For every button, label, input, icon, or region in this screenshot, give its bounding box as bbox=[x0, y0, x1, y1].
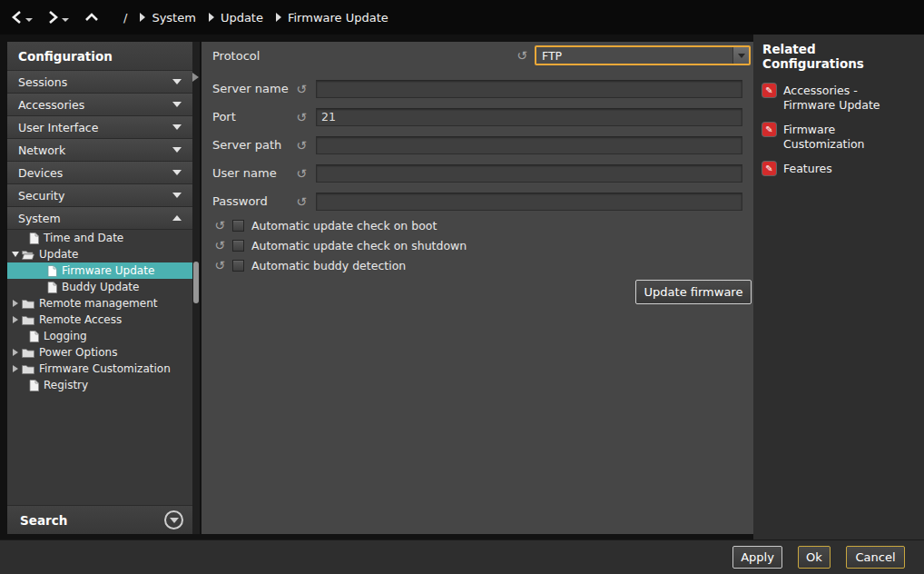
tree-item-label: Remote management bbox=[39, 297, 158, 310]
tree-item-time-and-date[interactable]: Time and Date bbox=[7, 230, 192, 246]
breadcrumb-root: / bbox=[123, 11, 127, 25]
user-name-row: User name ↺ bbox=[202, 159, 753, 187]
protocol-row: Protocol ↺ FTP bbox=[202, 42, 753, 69]
reset-icon[interactable]: ↺ bbox=[294, 167, 309, 180]
category-label: User Interface bbox=[18, 121, 98, 134]
back-button[interactable] bbox=[11, 9, 33, 25]
search-section[interactable]: Search bbox=[7, 505, 192, 534]
auto-buddy-detection-checkbox[interactable] bbox=[232, 260, 244, 272]
sidebar-item-network[interactable]: Network bbox=[7, 139, 192, 162]
tree-item-remote-management[interactable]: Remote management bbox=[7, 295, 192, 312]
ok-button[interactable]: Ok bbox=[798, 546, 831, 569]
reset-icon[interactable]: ↺ bbox=[294, 111, 309, 124]
related-item-features[interactable]: ✎ Features bbox=[762, 162, 919, 176]
reset-icon[interactable]: ↺ bbox=[515, 49, 529, 62]
update-firmware-button[interactable]: Update firmware bbox=[635, 280, 752, 304]
chevron-left-icon bbox=[11, 9, 23, 25]
tree-item-remote-access[interactable]: Remote Access bbox=[7, 312, 192, 328]
sidebar-item-security[interactable]: Security bbox=[7, 184, 192, 207]
expand-down-icon[interactable] bbox=[12, 252, 19, 257]
sidebar-item-system[interactable]: System bbox=[7, 207, 192, 230]
tree-item-logging[interactable]: Logging bbox=[7, 328, 192, 344]
breadcrumb-arrow-icon bbox=[209, 13, 214, 22]
auto-buddy-detection-row: ↺ Automatic buddy detection bbox=[202, 255, 753, 275]
reset-icon[interactable]: ↺ bbox=[212, 239, 227, 252]
cancel-button[interactable]: Cancel bbox=[846, 546, 905, 569]
file-icon bbox=[47, 282, 57, 293]
reset-icon[interactable]: ↺ bbox=[212, 259, 227, 272]
forward-history-caret-icon[interactable] bbox=[62, 18, 69, 22]
expand-right-icon[interactable] bbox=[13, 300, 18, 307]
tree-item-label: Update bbox=[39, 248, 78, 261]
reset-icon[interactable]: ↺ bbox=[294, 139, 309, 152]
dropdown-arrow-button[interactable] bbox=[732, 47, 749, 64]
user-name-label: User name bbox=[212, 166, 294, 180]
forward-button[interactable] bbox=[47, 9, 69, 25]
chevron-down-icon bbox=[172, 102, 182, 107]
protocol-label: Protocol bbox=[212, 49, 294, 63]
chevron-down-icon bbox=[172, 147, 182, 153]
splitter-arrow-icon[interactable] bbox=[192, 73, 199, 82]
port-row: Port ↺ bbox=[202, 103, 753, 131]
up-button[interactable] bbox=[84, 12, 100, 23]
auto-update-shutdown-checkbox[interactable] bbox=[232, 240, 244, 252]
reset-icon[interactable]: ↺ bbox=[212, 219, 227, 232]
protocol-dropdown[interactable]: FTP bbox=[535, 45, 751, 65]
server-name-row: Server name ↺ bbox=[202, 74, 753, 103]
back-history-caret-icon[interactable] bbox=[25, 18, 33, 22]
tree-item-registry[interactable]: Registry bbox=[7, 377, 192, 393]
apply-button[interactable]: Apply bbox=[732, 546, 782, 569]
breadcrumb-item-firmware-update[interactable]: Firmware Update bbox=[276, 11, 388, 25]
breadcrumb-item-update[interactable]: Update bbox=[209, 11, 263, 25]
auto-update-boot-checkbox[interactable] bbox=[232, 220, 244, 232]
chevron-down-icon bbox=[172, 124, 182, 130]
sidebar-item-user-interface[interactable]: User Interface bbox=[7, 116, 192, 139]
tree-item-power-options[interactable]: Power Options bbox=[7, 344, 192, 361]
server-path-field[interactable] bbox=[316, 136, 742, 154]
category-label: Devices bbox=[18, 166, 63, 180]
sidebar-item-devices[interactable]: Devices bbox=[7, 162, 192, 184]
tree-item-buddy-update[interactable]: Buddy Update bbox=[7, 279, 192, 295]
port-label: Port bbox=[212, 110, 294, 124]
sidebar-item-sessions[interactable]: Sessions bbox=[7, 71, 192, 94]
folder-icon bbox=[22, 299, 34, 309]
auto-update-boot-row: ↺ Automatic update check on boot bbox=[202, 215, 753, 235]
reset-icon[interactable]: ↺ bbox=[294, 83, 309, 95]
chevron-right-icon bbox=[47, 9, 59, 25]
breadcrumb-arrow-icon bbox=[276, 13, 281, 22]
folder-icon bbox=[22, 364, 34, 374]
related-item-firmware-customization[interactable]: ✎ Firmware Customization bbox=[762, 123, 919, 152]
related-item-label: Features bbox=[783, 162, 890, 176]
password-field[interactable] bbox=[316, 193, 742, 211]
breadcrumb-arrow-icon bbox=[140, 13, 145, 22]
expand-right-icon[interactable] bbox=[13, 316, 18, 323]
search-expand-button[interactable] bbox=[164, 510, 183, 529]
server-name-field[interactable] bbox=[316, 80, 742, 98]
tree-item-label: Registry bbox=[44, 379, 88, 391]
scrollbar-thumb[interactable] bbox=[193, 262, 199, 303]
system-tree: Time and Date Update Firmware Update Bud… bbox=[7, 230, 192, 393]
category-label: Network bbox=[18, 144, 65, 157]
breadcrumb-item-system[interactable]: System bbox=[140, 11, 195, 25]
tree-item-firmware-customization[interactable]: Firmware Customization bbox=[7, 361, 192, 377]
folder-icon bbox=[22, 315, 34, 325]
chevron-down-icon bbox=[172, 170, 182, 175]
expand-right-icon[interactable] bbox=[13, 365, 18, 372]
related-item-accessories-firmware-update[interactable]: ✎ Accessories - Firmware Update bbox=[762, 84, 919, 113]
tree-item-label: Power Options bbox=[39, 346, 117, 359]
expand-right-icon[interactable] bbox=[13, 349, 18, 356]
sidebar-item-accessories[interactable]: Accessories bbox=[7, 94, 192, 116]
firmware-update-form: Protocol ↺ FTP Server name ↺ Port ↺ Serv… bbox=[202, 42, 753, 534]
tree-item-firmware-update-selected[interactable]: Firmware Update bbox=[7, 262, 192, 279]
reset-icon[interactable]: ↺ bbox=[294, 195, 309, 208]
sidebar-title: Configuration bbox=[7, 42, 192, 71]
user-name-field[interactable] bbox=[316, 164, 742, 183]
footer-bar: Apply Ok Cancel bbox=[0, 539, 924, 574]
chevron-up-icon bbox=[84, 12, 100, 23]
sidebar-scrollbar[interactable] bbox=[192, 42, 200, 534]
port-field[interactable] bbox=[316, 108, 742, 126]
tree-item-label: Firmware Customization bbox=[39, 362, 171, 375]
category-label: Security bbox=[18, 189, 64, 203]
category-label: System bbox=[18, 212, 61, 225]
tree-item-update[interactable]: Update bbox=[7, 246, 192, 262]
